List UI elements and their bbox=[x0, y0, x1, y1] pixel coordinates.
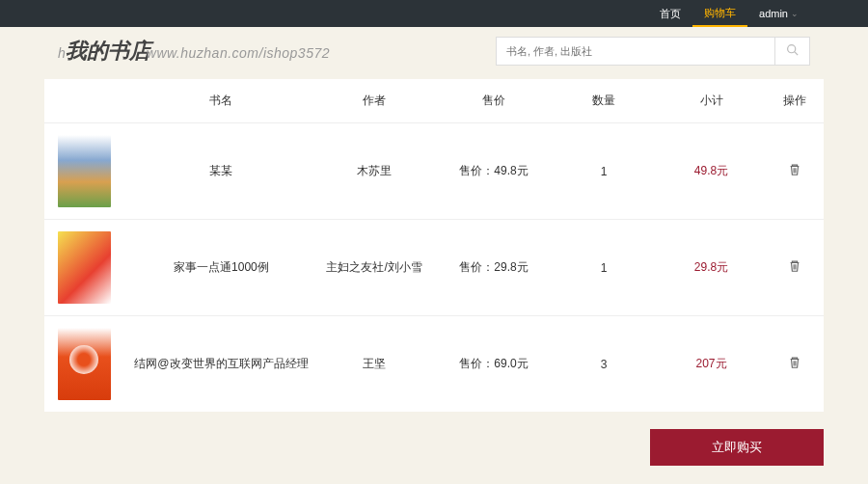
cart-content: 书名 作者 售价 数量 小计 操作 某某 木苏里 售价：49.8元 1 49.8… bbox=[44, 79, 824, 412]
logo-area: h 我的书店 www.huzhan.com/ishop3572 bbox=[58, 37, 330, 66]
cell-price: 售价：29.8元 bbox=[437, 259, 552, 276]
site-title: 我的书店 bbox=[66, 37, 150, 66]
buy-now-button[interactable]: 立即购买 bbox=[650, 429, 824, 466]
cell-name: 某某 bbox=[130, 163, 312, 179]
cell-price: 售价：49.8元 bbox=[437, 163, 552, 179]
search-button[interactable] bbox=[775, 37, 810, 66]
cell-subtotal: 29.8元 bbox=[657, 259, 767, 276]
cell-quantity: 1 bbox=[551, 261, 656, 275]
cell-quantity: 1 bbox=[551, 165, 656, 178]
footer-bar: 立即购买 bbox=[44, 429, 824, 466]
top-navbar: 首页 购物车 admin ⌄ bbox=[0, 0, 868, 27]
cell-thumb bbox=[44, 328, 130, 400]
cell-thumb bbox=[44, 231, 130, 304]
delete-button[interactable] bbox=[788, 356, 801, 369]
svg-line-1 bbox=[795, 52, 798, 55]
nav-user-label: admin bbox=[759, 8, 788, 19]
cell-name: 结网@改变世界的互联网产品经理 bbox=[130, 356, 312, 372]
cell-quantity: 3 bbox=[551, 358, 656, 371]
nav-home[interactable]: 首页 bbox=[648, 0, 692, 27]
table-row: 家事一点通1000例 主妇之友社/刘小雪 售价：29.8元 1 29.8元 bbox=[44, 219, 824, 315]
book-thumbnail bbox=[58, 328, 111, 400]
book-thumbnail bbox=[58, 231, 111, 304]
delete-button[interactable] bbox=[788, 259, 801, 273]
cell-thumb bbox=[44, 135, 130, 207]
col-price-header: 售价 bbox=[437, 93, 552, 109]
search-wrap bbox=[496, 37, 810, 66]
watermark-text: www.huzhan.com/ishop3572 bbox=[147, 45, 330, 61]
col-thumb-header bbox=[44, 93, 130, 109]
svg-point-0 bbox=[788, 45, 796, 53]
col-name-header: 书名 bbox=[130, 93, 312, 109]
chevron-down-icon: ⌄ bbox=[791, 9, 799, 18]
book-thumbnail bbox=[58, 135, 111, 207]
cell-subtotal: 207元 bbox=[657, 356, 767, 372]
cart-table: 书名 作者 售价 数量 小计 操作 某某 木苏里 售价：49.8元 1 49.8… bbox=[44, 79, 824, 412]
trash-icon bbox=[788, 166, 801, 179]
cell-name: 家事一点通1000例 bbox=[130, 259, 312, 276]
delete-button[interactable] bbox=[788, 163, 801, 176]
search-input[interactable] bbox=[496, 37, 775, 66]
cell-action bbox=[767, 163, 824, 179]
cell-price: 售价：69.0元 bbox=[437, 356, 552, 372]
cell-author: 木苏里 bbox=[312, 163, 437, 179]
header: h 我的书店 www.huzhan.com/ishop3572 bbox=[0, 27, 868, 79]
trash-icon bbox=[788, 262, 801, 276]
nav-user-dropdown[interactable]: admin ⌄ bbox=[747, 0, 810, 27]
cell-author: 主妇之友社/刘小雪 bbox=[312, 259, 437, 276]
col-qty-header: 数量 bbox=[551, 93, 656, 109]
cell-author: 王坚 bbox=[312, 356, 437, 372]
table-row: 结网@改变世界的互联网产品经理 王坚 售价：69.0元 3 207元 bbox=[44, 315, 824, 412]
watermark-prefix: h bbox=[58, 45, 66, 61]
nav-cart[interactable]: 购物车 bbox=[692, 0, 747, 27]
col-action-header: 操作 bbox=[767, 93, 824, 109]
search-icon bbox=[786, 43, 799, 59]
col-author-header: 作者 bbox=[312, 93, 437, 109]
table-header-row: 书名 作者 售价 数量 小计 操作 bbox=[44, 79, 824, 122]
trash-icon bbox=[788, 359, 801, 372]
cell-action bbox=[767, 356, 824, 372]
cell-subtotal: 49.8元 bbox=[657, 163, 767, 179]
col-subtotal-header: 小计 bbox=[657, 93, 767, 109]
cell-action bbox=[767, 259, 824, 276]
table-row: 某某 木苏里 售价：49.8元 1 49.8元 bbox=[44, 122, 824, 219]
